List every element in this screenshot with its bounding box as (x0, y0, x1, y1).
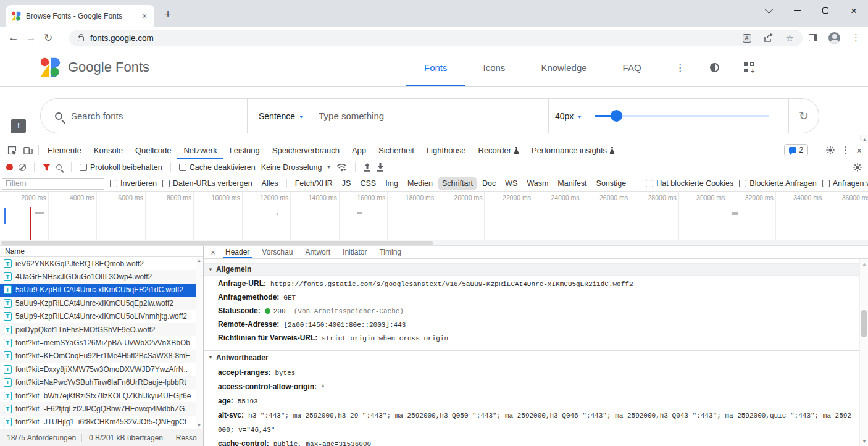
request-row[interactable]: Tfont?kit=-F62fjtqLzl2JPCgQBnw7HFowxp4Md… (0, 402, 196, 415)
preserve-log-checkbox[interactable]: Protokoll beibehalten (80, 163, 162, 172)
request-row[interactable]: Tfont?kit=NaPwcYvSBuhTirw6laFn6UrRDaqje-… (0, 376, 196, 389)
back-button[interactable]: ← (5, 32, 22, 44)
filter-type-js[interactable]: JS (338, 177, 355, 190)
reload-button[interactable]: ↻ (40, 32, 57, 44)
chevron-down-icon[interactable]: ▾ (299, 113, 303, 120)
browser-tab[interactable]: Browse Fonts - Google Fonts × (6, 5, 154, 27)
forward-button[interactable]: → (22, 32, 40, 44)
theme-toggle-icon[interactable] (710, 63, 719, 72)
disable-cache-checkbox[interactable]: Cache deaktivieren (179, 163, 256, 172)
filter-type-fetch-xhr[interactable]: Fetch/XHR (291, 177, 336, 190)
name-column-header[interactable]: Name (0, 246, 203, 257)
blocked-cookies-checkbox[interactable]: Hat blockierte Cookies (646, 179, 733, 188)
request-row[interactable]: T5aUp9-KzpRiLCAt4Unrc-xIKmCU5oLIVnmhjtg.… (0, 310, 196, 323)
filter-type-doc[interactable]: Doc (478, 177, 499, 190)
address-bar[interactable]: fonts.google.com A ☆ (69, 30, 803, 46)
export-har-icon[interactable] (377, 163, 384, 172)
invert-checkbox[interactable]: Invertieren (110, 179, 157, 188)
site-nav-faq[interactable]: FAQ (605, 48, 659, 86)
record-network-log-icon[interactable] (6, 164, 13, 170)
filter-type-alles[interactable]: Alles (258, 177, 282, 190)
translate-icon[interactable]: A (743, 34, 751, 43)
blocked-requests-checkbox[interactable]: Blockierte Anfragen (739, 179, 816, 188)
font-size-slider[interactable] (595, 115, 769, 117)
devtools-settings-icon[interactable] (826, 146, 835, 154)
devtools-tab-elemente[interactable]: Elemente (41, 141, 88, 159)
devtools-tab-netzwerk[interactable]: Netzwerk (177, 141, 223, 159)
filter-type-img[interactable]: Img (382, 177, 402, 190)
site-nav-knowledge[interactable]: Knowledge (523, 48, 604, 86)
maximize-button[interactable] (811, 0, 840, 21)
details-tab-vorschau[interactable]: Vorschau (256, 246, 299, 258)
feedback-button[interactable]: ! (11, 119, 26, 133)
scroll-thumb[interactable] (1, 241, 433, 245)
request-row[interactable]: TpxiDypQkot1TnFhsFMOfGShVF9eO.woff2 (0, 323, 196, 336)
preview-text-input[interactable]: Type something (319, 111, 384, 121)
request-row[interactable]: TieV62YNKKGqPJteRQT8EQmob.woff2 (0, 257, 196, 270)
details-tab-initiator[interactable]: Initiator (336, 246, 373, 258)
clear-network-log-icon[interactable] (19, 164, 26, 171)
tab-close-icon[interactable]: × (140, 11, 149, 21)
search-fonts-field[interactable]: Search fonts (41, 99, 248, 133)
site-menu-icon[interactable]: ⋮ (675, 62, 685, 74)
scroll-up-icon[interactable]: ▲ (862, 261, 867, 267)
side-panel-icon[interactable] (809, 34, 817, 41)
devtools-menu-icon[interactable]: ⋮ (841, 145, 850, 156)
import-har-icon[interactable] (364, 163, 371, 172)
details-tab-header[interactable]: Header (219, 246, 256, 258)
general-section-header[interactable]: ▼ Allgemein (204, 263, 859, 276)
request-row[interactable]: Tfont?kit=KFOmCnqEu92Fr1Me4H5fl2BcSaWX8-… (0, 350, 196, 363)
close-details-icon[interactable]: × (207, 248, 219, 257)
devtools-tab-leistung[interactable]: Leistung (223, 141, 266, 159)
filter-type-ws[interactable]: WS (501, 177, 521, 190)
search-network-icon[interactable] (56, 164, 62, 170)
preview-mode-select[interactable]: Sentence (259, 111, 295, 121)
request-row[interactable]: Tfont?kit=JTUHjlg1_i6t8kCHKm4532VJOt5-QN… (0, 416, 196, 429)
bookmark-star-icon[interactable]: ☆ (786, 33, 794, 44)
filter-type-css[interactable]: CSS (356, 177, 380, 190)
new-tab-button[interactable]: + (161, 7, 175, 22)
view-grid-icon[interactable]: + (744, 62, 754, 72)
scroll-down-icon[interactable]: ▼ (862, 439, 867, 444)
site-nav-icons[interactable]: Icons (465, 48, 524, 86)
filter-input[interactable] (2, 178, 104, 190)
timeline-scrollbar[interactable] (0, 240, 868, 246)
device-toolbar-icon[interactable] (20, 143, 36, 157)
details-tab-antwort[interactable]: Antwort (299, 246, 336, 258)
third-party-checkbox[interactable]: Anfragen von Drittanbietern (822, 179, 868, 188)
minimize-button[interactable] (783, 0, 811, 21)
scroll-thumb[interactable] (861, 310, 867, 337)
request-row[interactable]: Tfont?kit=memSYaGs126MiZpBA-UvWbX2vVnXBb… (0, 336, 196, 349)
request-row[interactable]: T4UaGrENHsxJlGDuGo1OIIL3Owp4.woff2 (0, 270, 196, 283)
share-icon[interactable] (764, 33, 774, 43)
request-row[interactable]: T5aUu9-KzpRiLCAt4Unrc-xIKmCU5qER2i1dC.wo… (0, 284, 196, 297)
throttling-select[interactable]: Keine Drosselung▼ (261, 163, 332, 172)
details-scrollbar[interactable]: ▲ ▼ (859, 259, 868, 446)
devtools-tab-app[interactable]: App (346, 141, 372, 159)
inspect-element-icon[interactable] (4, 143, 20, 157)
issues-counter[interactable]: 2 (784, 144, 809, 156)
devtools-close-icon[interactable]: × (856, 145, 862, 156)
profile-avatar[interactable] (828, 32, 840, 44)
network-conditions-icon[interactable] (336, 163, 347, 172)
filter-type-schriftart[interactable]: Schriftart (438, 177, 477, 190)
reset-preview-icon[interactable]: ↻ (799, 109, 809, 123)
devtools-tab-speicherverbrauch[interactable]: Speicherverbrauch (266, 141, 346, 159)
details-tab-timing[interactable]: Timing (373, 246, 407, 258)
font-size-select[interactable]: 40px (555, 111, 574, 121)
devtools-tab-konsole[interactable]: Konsole (88, 141, 129, 159)
filter-type-wasm[interactable]: Wasm (523, 177, 552, 190)
url-text[interactable]: fonts.google.com (90, 33, 743, 43)
request-row[interactable]: Tfont?kit=bWti7ejKfBziStx7IlzKOLQZKhlJky… (0, 389, 196, 402)
devtools-tab-recorder[interactable]: Recorder (472, 141, 525, 159)
devtools-tab-performance-insights[interactable]: Performance insights (525, 141, 621, 159)
request-list-scrollbar[interactable]: ▲ ▼ (196, 257, 203, 429)
site-nav-fonts[interactable]: Fonts (406, 48, 465, 86)
response-headers-section-header[interactable]: ▼ Antwortheader (204, 350, 859, 364)
network-settings-icon[interactable] (853, 163, 862, 172)
scroll-up-icon[interactable]: ▲ (197, 258, 201, 263)
devtools-tab-quellcode[interactable]: Quellcode (129, 141, 178, 159)
tab-search-chevron-icon[interactable] (754, 0, 783, 21)
request-row[interactable]: T5aUu9-KzpRiLCAt4Unrc-xIKmCU5qEp2iw.woff… (0, 297, 196, 309)
request-row[interactable]: Tfont?kit=Dxxy8jiXMW75w3OmoDXVWJD7YwzAfr… (0, 363, 196, 376)
